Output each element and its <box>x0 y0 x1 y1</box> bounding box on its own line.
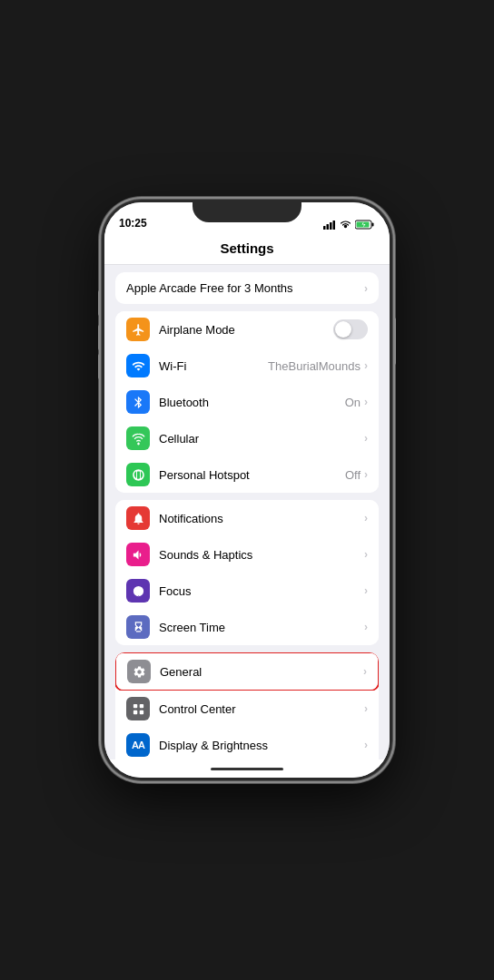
settings-row[interactable]: Control Center › <box>115 691 379 727</box>
svg-point-7 <box>137 442 139 444</box>
settings-row[interactable]: Wi-Fi TheBurialMounds › <box>115 348 379 384</box>
hotspot-value: Off <box>345 468 361 482</box>
screen-time-icon <box>126 615 150 639</box>
control-center-icon <box>126 697 150 720</box>
svg-rect-5 <box>372 223 374 227</box>
notifications-label: Notifications <box>159 512 364 525</box>
wifi-chevron: › <box>364 359 368 372</box>
focus-chevron: › <box>364 584 368 597</box>
promo-section[interactable]: Apple Arcade Free for 3 Months › <box>115 272 379 304</box>
settings-row[interactable]: Airplane Mode <box>115 311 379 348</box>
general-highlight-wrapper: General › <box>115 652 379 691</box>
notch <box>193 202 301 222</box>
focus-label: Focus <box>159 584 364 598</box>
bluetooth-label: Bluetooth <box>159 396 345 409</box>
general-label: General <box>160 665 363 679</box>
settings-row[interactable]: Personal Hotspot Off › <box>115 456 379 493</box>
bluetooth-chevron: › <box>364 396 368 408</box>
general-chevron: › <box>363 665 367 678</box>
notifications-section: Notifications › Sounds & Haptics › <box>115 500 379 645</box>
svg-rect-11 <box>133 710 136 713</box>
home-indicator <box>211 768 283 770</box>
settings-row[interactable]: Screen Time › <box>115 609 379 645</box>
wifi-value: TheBurialMounds <box>268 359 361 373</box>
phone-screen: 10:25 <box>104 202 390 778</box>
svg-rect-12 <box>139 710 143 713</box>
airplane-mode-toggle[interactable] <box>333 319 368 339</box>
sounds-chevron: › <box>364 548 368 561</box>
general-section: General › Control Center <box>115 652 379 760</box>
svg-rect-2 <box>330 222 332 230</box>
nav-header: Settings <box>104 235 390 265</box>
control-center-label: Control Center <box>159 702 364 716</box>
settings-row[interactable]: Notifications › <box>115 500 379 536</box>
svg-rect-3 <box>333 220 336 230</box>
svg-rect-10 <box>139 703 143 707</box>
hotspot-icon <box>126 463 150 486</box>
sounds-label: Sounds & Haptics <box>159 548 364 562</box>
signal-icon <box>323 220 336 230</box>
bluetooth-value: On <box>345 396 361 409</box>
svg-point-8 <box>136 589 140 593</box>
focus-icon <box>126 579 150 603</box>
cellular-icon <box>126 426 150 450</box>
status-time: 10:25 <box>119 217 147 231</box>
settings-row[interactable]: Sounds & Haptics › <box>115 536 379 573</box>
control-center-chevron: › <box>364 702 368 715</box>
notifications-icon <box>126 506 150 530</box>
settings-row[interactable]: Bluetooth On › <box>115 384 379 420</box>
settings-row[interactable]: General › <box>116 653 378 690</box>
status-icons <box>323 220 375 231</box>
settings-row[interactable]: Focus › <box>115 573 379 609</box>
bottom-bar <box>104 760 390 778</box>
airplane-mode-icon <box>126 318 150 341</box>
settings-row[interactable]: Cellular › <box>115 420 379 456</box>
cellular-label: Cellular <box>159 432 364 446</box>
screen-time-label: Screen Time <box>159 621 364 634</box>
airplane-mode-label: Airplane Mode <box>159 323 333 337</box>
promo-chevron: › <box>364 282 368 295</box>
bluetooth-icon <box>126 390 150 414</box>
svg-rect-1 <box>327 224 330 230</box>
hotspot-chevron: › <box>364 468 368 481</box>
phone-frame: 10:25 <box>102 200 392 780</box>
display-chevron: › <box>364 739 368 751</box>
display-icon: AA <box>126 733 150 757</box>
screen-time-chevron: › <box>364 621 368 633</box>
connectivity-section: Airplane Mode Wi-Fi TheBurialMounds › <box>115 311 379 493</box>
sounds-icon <box>126 543 150 566</box>
wifi-icon <box>340 220 351 230</box>
hotspot-label: Personal Hotspot <box>159 468 345 482</box>
wifi-settings-icon <box>126 354 150 377</box>
page-title: Settings <box>220 240 273 256</box>
battery-icon <box>355 220 375 230</box>
display-label: Display & Brightness <box>159 739 364 752</box>
svg-rect-9 <box>133 703 136 707</box>
content-scroll[interactable]: Apple Arcade Free for 3 Months › Airplan… <box>104 265 390 760</box>
wifi-label: Wi-Fi <box>159 359 268 373</box>
general-icon <box>127 660 151 683</box>
notifications-chevron: › <box>364 512 368 524</box>
svg-rect-0 <box>323 226 326 230</box>
settings-row[interactable]: AA Display & Brightness › <box>115 727 379 760</box>
promo-label: Apple Arcade Free for 3 Months <box>126 281 364 295</box>
cellular-chevron: › <box>364 432 368 445</box>
